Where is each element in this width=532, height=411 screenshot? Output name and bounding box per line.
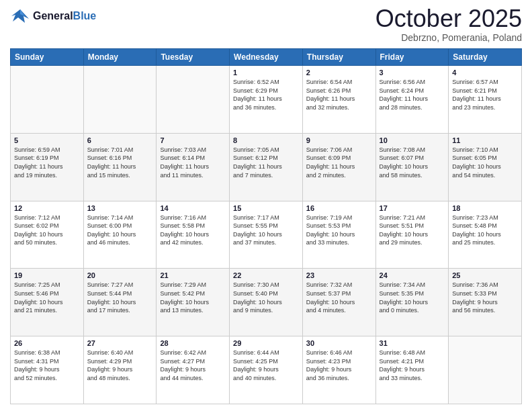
day-number: 7: [160, 136, 226, 144]
calendar-cell: 21Sunrise: 7:29 AM Sunset: 5:42 PM Dayli…: [157, 269, 230, 336]
day-number: 31: [380, 339, 445, 347]
logo-general: General: [33, 10, 73, 21]
calendar-cell: 13Sunrise: 7:14 AM Sunset: 6:00 PM Dayli…: [83, 201, 157, 269]
logo-icon: [10, 7, 30, 26]
calendar-cell: 17Sunrise: 7:21 AM Sunset: 5:51 PM Dayli…: [375, 201, 449, 269]
day-number: 6: [87, 136, 153, 144]
calendar-cell: 11Sunrise: 7:10 AM Sunset: 6:05 PM Dayli…: [449, 133, 522, 201]
day-info: Sunrise: 7:23 AM Sunset: 5:48 PM Dayligh…: [452, 214, 518, 247]
day-info: Sunrise: 7:34 AM Sunset: 5:35 PM Dayligh…: [380, 281, 445, 314]
day-number: 3: [380, 68, 445, 77]
day-info: Sunrise: 7:03 AM Sunset: 6:14 PM Dayligh…: [160, 146, 226, 179]
col-monday: Monday: [83, 49, 157, 66]
day-info: Sunrise: 7:25 AM Sunset: 5:46 PM Dayligh…: [14, 281, 80, 314]
day-info: Sunrise: 7:08 AM Sunset: 6:07 PM Dayligh…: [380, 146, 445, 179]
calendar-cell: 24Sunrise: 7:34 AM Sunset: 5:35 PM Dayli…: [375, 269, 449, 336]
logo-text: GeneralBlue: [33, 10, 96, 22]
calendar-cell: 3Sunrise: 6:56 AM Sunset: 6:24 PM Daylig…: [375, 66, 449, 134]
day-number: 4: [452, 68, 518, 77]
day-number: 9: [306, 136, 372, 144]
day-number: 25: [452, 271, 518, 279]
calendar-cell: 18Sunrise: 7:23 AM Sunset: 5:48 PM Dayli…: [449, 201, 522, 269]
day-number: 17: [380, 204, 445, 212]
day-info: Sunrise: 6:54 AM Sunset: 6:26 PM Dayligh…: [306, 78, 372, 111]
day-number: 27: [87, 339, 153, 347]
day-info: Sunrise: 7:29 AM Sunset: 5:42 PM Dayligh…: [160, 281, 226, 314]
calendar-cell: 7Sunrise: 7:03 AM Sunset: 6:14 PM Daylig…: [157, 133, 230, 201]
calendar-cell: 19Sunrise: 7:25 AM Sunset: 5:46 PM Dayli…: [11, 269, 84, 336]
calendar-cell: 30Sunrise: 6:46 AM Sunset: 4:23 PM Dayli…: [302, 336, 375, 404]
header: GeneralBlue October 2025 Debrzno, Pomera…: [10, 7, 522, 43]
calendar-cell: 16Sunrise: 7:19 AM Sunset: 5:53 PM Dayli…: [302, 201, 375, 269]
calendar-cell: [11, 66, 84, 134]
col-saturday: Saturday: [449, 49, 522, 66]
day-number: 21: [160, 271, 226, 279]
day-number: 20: [87, 271, 153, 279]
calendar-cell: 2Sunrise: 6:54 AM Sunset: 6:26 PM Daylig…: [302, 66, 375, 134]
day-info: Sunrise: 7:30 AM Sunset: 5:40 PM Dayligh…: [233, 281, 299, 314]
day-info: Sunrise: 7:27 AM Sunset: 5:44 PM Dayligh…: [87, 281, 153, 314]
day-info: Sunrise: 7:16 AM Sunset: 5:58 PM Dayligh…: [160, 214, 226, 247]
day-number: 24: [380, 271, 445, 279]
calendar-cell: 27Sunrise: 6:40 AM Sunset: 4:29 PM Dayli…: [83, 336, 157, 404]
calendar-cell: 6Sunrise: 7:01 AM Sunset: 6:16 PM Daylig…: [83, 133, 157, 201]
calendar-cell: [83, 66, 157, 134]
day-info: Sunrise: 6:48 AM Sunset: 4:21 PM Dayligh…: [380, 349, 445, 382]
calendar-cell: 26Sunrise: 6:38 AM Sunset: 4:31 PM Dayli…: [11, 336, 84, 404]
day-info: Sunrise: 6:38 AM Sunset: 4:31 PM Dayligh…: [14, 349, 80, 382]
calendar-cell: 15Sunrise: 7:17 AM Sunset: 5:55 PM Dayli…: [230, 201, 303, 269]
calendar-cell: [157, 66, 230, 134]
calendar-week-5: 26Sunrise: 6:38 AM Sunset: 4:31 PM Dayli…: [11, 336, 522, 404]
day-info: Sunrise: 7:21 AM Sunset: 5:51 PM Dayligh…: [380, 214, 445, 247]
calendar-week-4: 19Sunrise: 7:25 AM Sunset: 5:46 PM Dayli…: [11, 269, 522, 336]
day-info: Sunrise: 7:32 AM Sunset: 5:37 PM Dayligh…: [306, 281, 372, 314]
day-number: 8: [233, 136, 299, 144]
day-number: 18: [452, 204, 518, 212]
day-info: Sunrise: 6:52 AM Sunset: 6:29 PM Dayligh…: [233, 78, 299, 111]
calendar-cell: 1Sunrise: 6:52 AM Sunset: 6:29 PM Daylig…: [230, 66, 303, 134]
calendar-table: Sunday Monday Tuesday Wednesday Thursday…: [10, 48, 522, 404]
calendar-cell: 4Sunrise: 6:57 AM Sunset: 6:21 PM Daylig…: [449, 66, 522, 134]
title-block: October 2025 Debrzno, Pomerania, Poland: [375, 7, 522, 43]
day-number: 30: [306, 339, 372, 347]
calendar-cell: 22Sunrise: 7:30 AM Sunset: 5:40 PM Dayli…: [230, 269, 303, 336]
day-number: 26: [14, 339, 80, 347]
col-tuesday: Tuesday: [157, 49, 230, 66]
day-info: Sunrise: 7:01 AM Sunset: 6:16 PM Dayligh…: [87, 146, 153, 179]
day-info: Sunrise: 7:17 AM Sunset: 5:55 PM Dayligh…: [233, 214, 299, 247]
day-info: Sunrise: 6:44 AM Sunset: 4:25 PM Dayligh…: [233, 349, 299, 382]
day-number: 2: [306, 68, 372, 77]
day-number: 11: [452, 136, 518, 144]
day-number: 28: [160, 339, 226, 347]
calendar-cell: 20Sunrise: 7:27 AM Sunset: 5:44 PM Dayli…: [83, 269, 157, 336]
day-info: Sunrise: 7:14 AM Sunset: 6:00 PM Dayligh…: [87, 214, 153, 247]
page: GeneralBlue October 2025 Debrzno, Pomera…: [0, 0, 532, 411]
calendar-cell: 25Sunrise: 7:36 AM Sunset: 5:33 PM Dayli…: [449, 269, 522, 336]
calendar-cell: 31Sunrise: 6:48 AM Sunset: 4:21 PM Dayli…: [375, 336, 449, 404]
day-info: Sunrise: 6:46 AM Sunset: 4:23 PM Dayligh…: [306, 349, 372, 382]
day-number: 23: [306, 271, 372, 279]
calendar-cell: 14Sunrise: 7:16 AM Sunset: 5:58 PM Dayli…: [157, 201, 230, 269]
day-number: 14: [160, 204, 226, 212]
day-info: Sunrise: 7:10 AM Sunset: 6:05 PM Dayligh…: [452, 146, 518, 179]
calendar-cell: 28Sunrise: 6:42 AM Sunset: 4:27 PM Dayli…: [157, 336, 230, 404]
day-info: Sunrise: 7:06 AM Sunset: 6:09 PM Dayligh…: [306, 146, 372, 179]
calendar-cell: 10Sunrise: 7:08 AM Sunset: 6:07 PM Dayli…: [375, 133, 449, 201]
day-info: Sunrise: 7:05 AM Sunset: 6:12 PM Dayligh…: [233, 146, 299, 179]
calendar-week-1: 1Sunrise: 6:52 AM Sunset: 6:29 PM Daylig…: [11, 66, 522, 134]
day-info: Sunrise: 6:42 AM Sunset: 4:27 PM Dayligh…: [160, 349, 226, 382]
calendar-cell: 23Sunrise: 7:32 AM Sunset: 5:37 PM Dayli…: [302, 269, 375, 336]
day-info: Sunrise: 6:59 AM Sunset: 6:19 PM Dayligh…: [14, 146, 80, 179]
location: Debrzno, Pomerania, Poland: [375, 32, 522, 43]
day-info: Sunrise: 7:19 AM Sunset: 5:53 PM Dayligh…: [306, 214, 372, 247]
day-number: 1: [233, 68, 299, 77]
day-number: 16: [306, 204, 372, 212]
day-info: Sunrise: 7:12 AM Sunset: 6:02 PM Dayligh…: [14, 214, 80, 247]
day-info: Sunrise: 6:56 AM Sunset: 6:24 PM Dayligh…: [380, 78, 445, 111]
calendar-week-3: 12Sunrise: 7:12 AM Sunset: 6:02 PM Dayli…: [11, 201, 522, 269]
day-number: 5: [14, 136, 80, 144]
day-info: Sunrise: 7:36 AM Sunset: 5:33 PM Dayligh…: [452, 281, 518, 314]
day-info: Sunrise: 6:40 AM Sunset: 4:29 PM Dayligh…: [87, 349, 153, 382]
col-thursday: Thursday: [302, 49, 375, 66]
month-title: October 2025: [375, 7, 522, 31]
